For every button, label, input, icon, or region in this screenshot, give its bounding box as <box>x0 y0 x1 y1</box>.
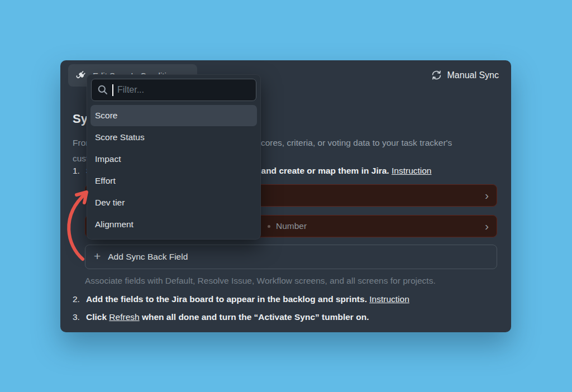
refresh-link[interactable]: Refresh <box>109 312 139 322</box>
dropdown-item-list: Score Score Status Impact Effort Dev tie… <box>87 105 260 235</box>
associate-note: Associate fields with Default, Resolve I… <box>85 276 436 286</box>
add-sync-back-field-button[interactable]: + Add Sync Back Field <box>85 245 497 269</box>
plus-icon: + <box>94 250 101 263</box>
instruction-link-2[interactable]: Instruction <box>369 294 409 304</box>
dropdown-item-alignment[interactable]: Alignment <box>87 213 260 235</box>
refresh-icon <box>431 69 442 81</box>
chevron-right-icon: › <box>485 220 489 232</box>
step-3-number: 3. <box>73 312 81 322</box>
chevron-right-icon: › <box>485 189 489 201</box>
field-type-label: Number <box>268 221 307 231</box>
add-sync-back-field-label: Add Sync Back Field <box>108 252 188 262</box>
instruction-link-1[interactable]: Instruction <box>392 166 432 175</box>
filter-field[interactable] <box>91 79 256 101</box>
manual-sync-button[interactable]: Manual Sync <box>431 69 499 81</box>
plug-icon <box>75 69 87 82</box>
dropdown-item-score[interactable]: Score <box>90 105 257 126</box>
dropdown-item-score-status[interactable]: Score Status <box>87 126 260 148</box>
search-icon <box>97 84 108 95</box>
step-2-text: Add the fields to the Jira board to appe… <box>86 294 409 304</box>
step-2: 2. Add the fields to the Jira board to a… <box>73 294 409 304</box>
step-1-number: 1. <box>73 166 81 176</box>
step-3: 3. Click Refresh when all done and turn … <box>73 312 369 322</box>
text-cursor <box>112 84 113 96</box>
dropdown-item-effort[interactable]: Effort <box>87 170 260 192</box>
filter-input[interactable] <box>117 85 250 95</box>
sync-back-panel: Edit Sync-In Conditions Manual Sync Sync… <box>60 60 511 332</box>
dropdown-item-dev-tier[interactable]: Dev tier <box>87 192 260 213</box>
manual-sync-label: Manual Sync <box>447 70 499 80</box>
field-select-dropdown: Score Score Status Impact Effort Dev tie… <box>87 74 261 240</box>
separator-dot-icon <box>268 225 270 228</box>
dropdown-item-impact[interactable]: Impact <box>87 148 260 170</box>
step-2-number: 2. <box>73 294 81 304</box>
step-3-text: Click Refresh when all done and turn the… <box>86 312 369 322</box>
